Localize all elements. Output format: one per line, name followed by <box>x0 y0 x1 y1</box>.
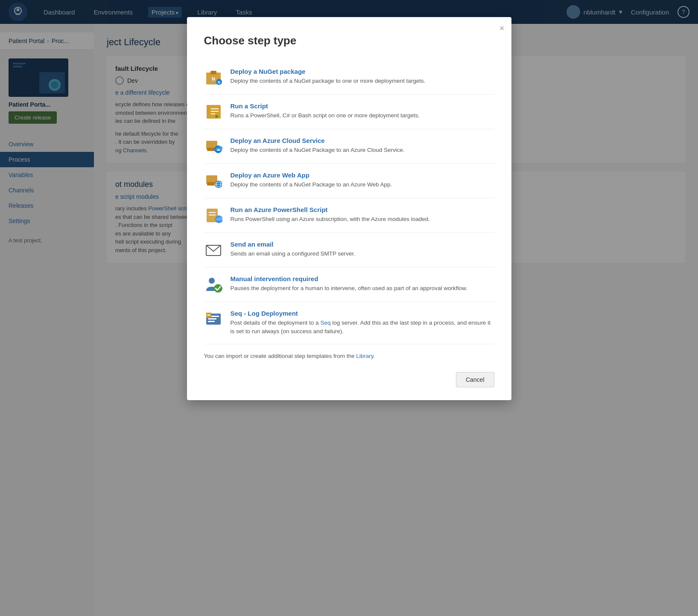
step-email[interactable]: Send an email Sends an email using a con… <box>204 233 494 267</box>
step-azure-ps-content: Run an Azure PowerShell Script Runs Powe… <box>231 206 430 224</box>
step-run-script[interactable]: Run a Script Runs a PowerShell, C# or Ba… <box>204 95 494 129</box>
step-azure-cloud-title[interactable]: Deploy an Azure Cloud Service <box>231 137 405 144</box>
svg-text:N: N <box>217 80 220 84</box>
step-azure-webapp-title[interactable]: Deploy an Azure Web App <box>231 171 392 179</box>
svg-text:☁: ☁ <box>216 147 220 151</box>
step-email-content: Send an email Sends an email using a con… <box>231 241 355 258</box>
svg-rect-33 <box>208 318 216 320</box>
step-azure-cloud[interactable]: ☁ Deploy an Azure Cloud Service Deploy t… <box>204 129 494 164</box>
svg-text:N: N <box>212 76 215 81</box>
step-manual-content: Manual intervention required Pauses the … <box>231 275 467 293</box>
modal-title: Choose step type <box>204 34 494 47</box>
step-seq-desc: Post details of the deployment to a Seq … <box>231 319 494 336</box>
modal-footer-text: You can import or create additional step… <box>204 344 494 363</box>
step-manual-desc: Pauses the deployment for a human to int… <box>231 284 467 293</box>
azure-cloud-icon: ☁ <box>204 137 223 156</box>
modal-close-button[interactable]: × <box>499 24 505 32</box>
svg-point-29 <box>209 278 215 284</box>
nuget-icon: N N <box>204 68 223 87</box>
step-seq-content: Seq - Log Deployment Post details of the… <box>231 310 494 336</box>
seq-link[interactable]: Seq <box>320 320 330 326</box>
step-script-desc: Runs a PowerShell, C# or Bash script on … <box>231 111 420 120</box>
modal-overlay[interactable]: Choose step type × N N Deploy a NuGet pa… <box>0 0 698 616</box>
step-nuget-desc: Deploy the contents of a NuGet package t… <box>231 77 426 85</box>
step-azure-ps-title[interactable]: Run an Azure PowerShell Script <box>231 206 430 213</box>
step-seq[interactable]: Seq - Log Deployment Post details of the… <box>204 302 494 344</box>
step-email-desc: Sends an email using a configured SMTP s… <box>231 250 355 258</box>
manual-icon <box>204 275 223 294</box>
step-email-title[interactable]: Send an email <box>231 241 355 248</box>
step-manual[interactable]: Manual intervention required Pauses the … <box>204 267 494 302</box>
step-azure-ps-desc: Runs PowerShell using an Azure subscript… <box>231 215 430 224</box>
footer-text-1: You can import or create additional step… <box>204 353 356 359</box>
modal-dialog: Choose step type × N N Deploy a NuGet pa… <box>187 17 511 400</box>
library-link[interactable]: Library <box>356 353 373 359</box>
modal-actions: Cancel <box>204 363 494 387</box>
step-azure-webapp-desc: Deploy the contents of a NuGet Package t… <box>231 180 392 189</box>
email-icon <box>204 241 223 259</box>
step-deploy-nuget[interactable]: N N Deploy a NuGet package Deploy the co… <box>204 60 494 95</box>
step-azure-webapp-content: Deploy an Azure Web App Deploy the conte… <box>231 171 392 189</box>
svg-rect-34 <box>208 321 215 322</box>
step-nuget-title[interactable]: Deploy a NuGet package <box>231 68 426 75</box>
cancel-button[interactable]: Cancel <box>456 372 494 387</box>
step-script-content: Run a Script Runs a PowerShell, C# or Ba… <box>231 102 420 120</box>
step-azure-cloud-desc: Deploy the contents of a NuGet Package t… <box>231 146 405 154</box>
step-seq-title[interactable]: Seq - Log Deployment <box>231 310 494 317</box>
footer-text-2: . <box>373 353 375 359</box>
svg-rect-35 <box>206 313 211 318</box>
svg-rect-4 <box>210 71 216 74</box>
step-azure-webapp[interactable]: Deploy an Azure Web App Deploy the conte… <box>204 164 494 198</box>
step-seq-desc-1: Post details of the deployment to a <box>231 320 321 326</box>
step-manual-title[interactable]: Manual intervention required <box>231 275 467 282</box>
azure-ps-icon <box>204 206 223 225</box>
step-azure-cloud-content: Deploy an Azure Cloud Service Deploy the… <box>231 137 405 154</box>
azure-webapp-icon <box>204 171 223 190</box>
step-script-title[interactable]: Run a Script <box>231 102 420 110</box>
step-azure-ps[interactable]: Run an Azure PowerShell Script Runs Powe… <box>204 198 494 233</box>
seq-icon <box>204 310 223 328</box>
step-nuget-content: Deploy a NuGet package Deploy the conten… <box>231 68 426 85</box>
script-icon <box>204 102 223 121</box>
